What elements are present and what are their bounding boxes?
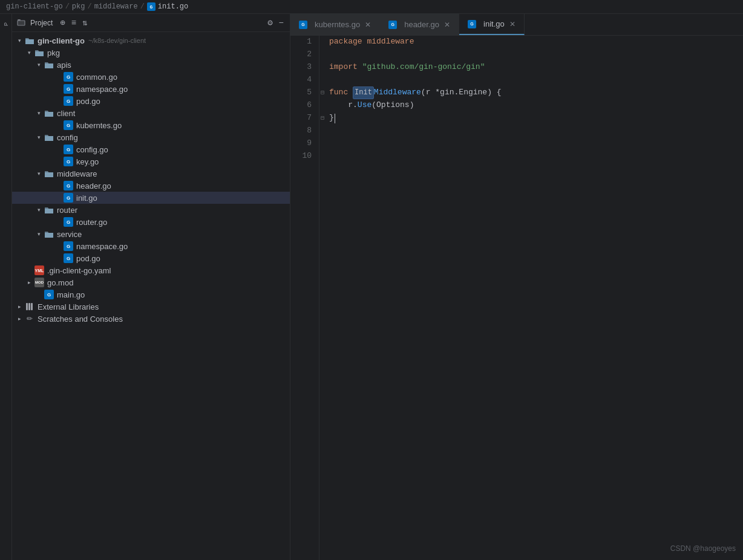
- code-area[interactable]: package middleware import "github.com/gi…: [319, 36, 743, 560]
- punc-paren-close: ): [487, 86, 492, 99]
- tree-item-apis-namespace-go[interactable]: G namespace.go: [12, 83, 290, 95]
- arrow-empty-8: [53, 193, 63, 203]
- punc-paren-open: (: [421, 86, 426, 99]
- tree-item-yaml[interactable]: YML .gin-client-go.yaml: [12, 264, 290, 276]
- breadcrumb-part-1[interactable]: gin-client-go: [6, 2, 63, 11]
- icon-go-pod1: G: [63, 96, 74, 106]
- activity-project[interactable]: P: [1, 19, 11, 30]
- icon-go-svc-ns: G: [63, 241, 74, 251]
- tab-header-go[interactable]: G header.go ✕: [380, 14, 459, 35]
- tree-item-pkg[interactable]: pkg: [12, 47, 290, 59]
- key-go-label: key.go: [76, 157, 99, 166]
- tab-init-go[interactable]: G init.go ✕: [459, 14, 525, 35]
- header-go-label: header.go: [76, 181, 111, 190]
- toolbar-icon-compass[interactable]: ⊕: [59, 16, 66, 29]
- tree-item-main-go[interactable]: G main.go: [12, 288, 290, 301]
- tree-item-go-mod[interactable]: MOD go.mod: [12, 276, 290, 288]
- init-go-label: init.go: [76, 194, 97, 203]
- tree-item-client[interactable]: client: [12, 107, 290, 119]
- breadcrumb-sep-2: /: [87, 2, 91, 11]
- toolbar-icon-list[interactable]: ≡: [70, 17, 77, 29]
- line-numbers: 1 2 3 4 5 6 7 8 9 10: [290, 36, 319, 560]
- tree-item-header-go[interactable]: G header.go: [12, 180, 290, 192]
- breadcrumb: gin-client-go / pkg / middleware / G ini…: [0, 0, 743, 14]
- tree-item-middleware[interactable]: middleware: [12, 168, 290, 180]
- breadcrumb-part-2[interactable]: pkg: [72, 2, 85, 11]
- arrow-empty-2: [53, 84, 63, 94]
- tab-close-header[interactable]: ✕: [443, 19, 451, 30]
- tree-item-router[interactable]: router: [12, 204, 290, 216]
- tree-item-init-go[interactable]: G init.go: [12, 192, 290, 204]
- type-engine: Engine: [459, 86, 487, 99]
- tree-item-config[interactable]: config: [12, 131, 290, 143]
- arrow-go-mod: [24, 278, 34, 287]
- icon-go-router: G: [63, 217, 74, 227]
- tree-item-service-namespace-go[interactable]: G namespace.go: [12, 240, 290, 252]
- tree-item-router-go[interactable]: G router.go: [12, 216, 290, 228]
- code-line-8: [329, 125, 743, 137]
- breadcrumb-sep-1: /: [65, 2, 70, 11]
- code-line-10: [329, 150, 743, 163]
- breadcrumb-part-3[interactable]: middleware: [94, 2, 138, 11]
- punc-brace-open: {: [497, 86, 502, 99]
- svc-pod-go-label: pod.go: [76, 254, 100, 263]
- code-line-9: [329, 137, 743, 150]
- icon-go-key: G: [63, 157, 74, 166]
- client-label: client: [57, 109, 75, 118]
- pkg-name-middleware: middleware: [367, 36, 414, 48]
- icon-mod-file: MOD: [34, 278, 45, 287]
- tab-close-kuberntes[interactable]: ✕: [364, 19, 372, 30]
- activity-bar: P: [0, 14, 12, 560]
- icon-go-common: G: [63, 72, 74, 82]
- code-line-2: [329, 48, 743, 61]
- svg-rect-3: [26, 303, 28, 310]
- scratches-label: Scratches and Consoles: [38, 314, 123, 324]
- apis-label: apis: [57, 60, 71, 70]
- icon-ext-libs: [24, 302, 35, 311]
- icon-folder-middleware: [44, 169, 54, 178]
- code-line-5: ⊟ func InitMiddleware(r *gin.Engine) {: [329, 86, 743, 99]
- icon-folder-router: [44, 205, 54, 215]
- sidebar-folder-icon: [17, 18, 25, 28]
- tree-item-service[interactable]: service: [12, 228, 290, 240]
- toolbar-icon-filter[interactable]: ⇅: [81, 16, 88, 29]
- svg-rect-5: [31, 303, 33, 310]
- icon-yaml-file: YML: [34, 265, 45, 275]
- toolbar-icon-minus[interactable]: −: [278, 17, 285, 29]
- tree-item-scratches[interactable]: ✏ Scratches and Consoles: [12, 313, 290, 325]
- tab-icon-kuberntes: G: [298, 21, 309, 29]
- icon-go-svc-pod: G: [63, 253, 74, 263]
- tree-item-apis-pod-go[interactable]: G pod.go: [12, 95, 290, 107]
- tree-item-kuberntes-go[interactable]: G kuberntes.go: [12, 119, 290, 131]
- tab-close-init[interactable]: ✕: [508, 19, 517, 30]
- tab-kuberntes-go[interactable]: G kuberntes.go ✕: [290, 14, 380, 35]
- arrow-empty-10: [53, 241, 63, 251]
- tree-item-external-libs[interactable]: External Libraries: [12, 301, 290, 313]
- tree-item-key-go[interactable]: G key.go: [12, 155, 290, 168]
- kuberntes-go-label: kuberntes.go: [76, 121, 122, 130]
- tree-item-apis[interactable]: apis: [12, 59, 290, 71]
- import-path: "github.com/gin-gonic/gin": [362, 61, 485, 74]
- tree-item-root[interactable]: gin-client-go ~/k8s-dev/gin-client: [12, 34, 290, 47]
- icon-folder-root: [24, 36, 35, 45]
- var-r: r: [348, 99, 353, 112]
- root-label: gin-client-go: [38, 36, 85, 45]
- arrow-router: [34, 205, 44, 215]
- arrow-service: [34, 229, 44, 239]
- fn-name-rest: Middleware: [374, 86, 421, 99]
- tree-item-common-go[interactable]: G common.go: [12, 71, 290, 83]
- apis-pod-go-label: pod.go: [76, 97, 100, 106]
- code-line-1: package middleware: [329, 36, 743, 48]
- arrow-empty-7: [53, 181, 63, 190]
- arrow-root: [15, 36, 24, 45]
- tree-item-service-pod-go[interactable]: G pod.go: [12, 252, 290, 264]
- code-line-6: r.Use(Options): [329, 99, 743, 112]
- arrow-empty-main: [34, 290, 44, 299]
- toolbar-icon-gear[interactable]: ⚙: [266, 16, 273, 29]
- editor-area: G kuberntes.go ✕ G header.go ✕ G init.go…: [290, 14, 743, 560]
- icon-go-config: G: [63, 145, 74, 154]
- code-line-4: [329, 74, 743, 86]
- tree-item-config-go[interactable]: G config.go: [12, 143, 290, 155]
- icon-folder-apis: [44, 60, 54, 70]
- arrow-pkg: [24, 48, 34, 57]
